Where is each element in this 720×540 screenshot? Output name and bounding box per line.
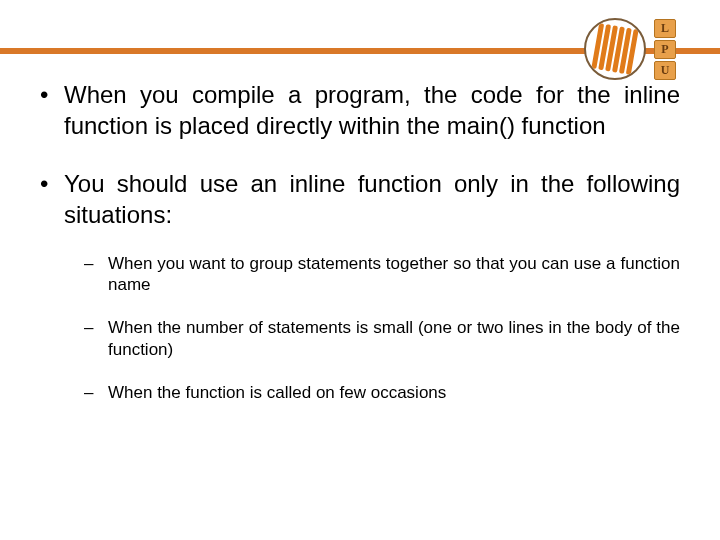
- badge-p: P: [654, 40, 676, 59]
- bullet-text: You should use an inline function only i…: [64, 170, 680, 228]
- lpu-logo-icon: [584, 18, 646, 80]
- lpu-badge-stack: L P U: [654, 19, 676, 80]
- sub-bullet-text: When you want to group statements togeth…: [108, 254, 680, 294]
- badge-l: L: [654, 19, 676, 38]
- sub-bullet-item: When the number of statements is small (…: [84, 317, 680, 360]
- sub-bullet-text: When the function is called on few occas…: [108, 383, 446, 402]
- bullet-text: When you compile a program, the code for…: [64, 81, 680, 139]
- sub-bullet-item: When you want to group statements togeth…: [84, 253, 680, 296]
- sub-bullet-item: When the function is called on few occas…: [84, 382, 680, 403]
- bullet-item: You should use an inline function only i…: [40, 169, 680, 403]
- slide-content: When you compile a program, the code for…: [40, 80, 680, 431]
- bullet-item: When you compile a program, the code for…: [40, 80, 680, 141]
- sub-bullet-text: When the number of statements is small (…: [108, 318, 680, 358]
- badge-u: U: [654, 61, 676, 80]
